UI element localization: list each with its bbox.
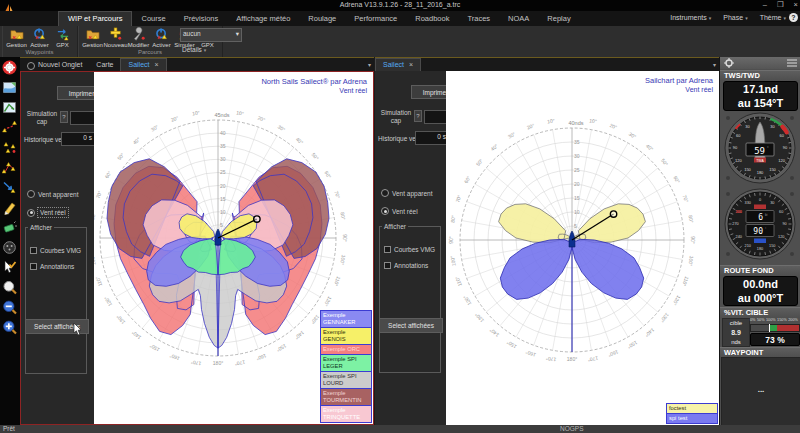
select-check-tool[interactable]: [2, 260, 18, 276]
window-title: Adrena V13.9.1.26 - 28_11_2016_a.trc: [0, 1, 800, 8]
eraser-tool[interactable]: [2, 220, 18, 236]
ribbon-button-gpx[interactable]: GPX: [52, 26, 73, 48]
waypoint-path-tool[interactable]: [2, 160, 18, 176]
right-chart-area[interactable]: 10°10°20°20°30°30°40°40°50°50°60°60°70°7…: [446, 71, 719, 425]
ribbon-group-label: Waypoints: [26, 49, 54, 55]
chevron-down-icon: ▾: [204, 47, 207, 53]
panel-menu-icon[interactable]: [787, 59, 797, 67]
target-tool[interactable]: [2, 240, 18, 256]
zoom-out-tool[interactable]: [2, 300, 18, 316]
pencil-tool[interactable]: [2, 200, 18, 216]
help-icon[interactable]: ?: [789, 13, 798, 22]
historique-vent-input[interactable]: 0 s: [61, 132, 95, 146]
left-chart-area[interactable]: 10°10°20°20°30°30°40°40°50°50°60°60°70°7…: [94, 72, 373, 424]
zoom-in-tool[interactable]: [2, 320, 18, 336]
simulation-cap-label: Simulation cap: [380, 109, 412, 125]
svg-text:60°: 60°: [323, 170, 332, 180]
annotations-checkbox[interactable]: Annotations: [384, 262, 428, 269]
simulation-help-button[interactable]: ?: [414, 110, 422, 122]
close-button[interactable]: ×: [794, 0, 798, 9]
details-dropdown[interactable]: Détails ▾: [180, 46, 242, 53]
historique-vent-input[interactable]: 0 s: [415, 131, 449, 145]
select-check-icon: [2, 260, 17, 275]
courbes-vmg-checkbox[interactable]: Courbes VMG: [384, 246, 435, 253]
svg-text:60: 60: [736, 133, 741, 138]
ribbon-button-activer[interactable]: Activer: [151, 26, 172, 48]
menu-tab-affichage-m-t-o[interactable]: Affichage météo: [227, 11, 299, 26]
lifebuoy-tool[interactable]: [2, 60, 18, 76]
svg-text:100°: 100°: [687, 255, 695, 266]
select-affichees-button[interactable]: Select affichées: [379, 318, 443, 333]
ribbon-button-gestion[interactable]: Gestion: [6, 26, 27, 48]
chevron-down-icon: ▾: [783, 15, 786, 21]
chart-map-tool[interactable]: [2, 100, 18, 116]
minimize-button[interactable]: –: [763, 0, 767, 9]
legend-item[interactable]: Exemple SPI LOURD: [320, 371, 372, 389]
vent-apparent-radio[interactable]: Vent apparent: [381, 189, 432, 197]
svg-text:180°: 180°: [213, 360, 223, 366]
svg-text:kt: kt: [765, 213, 768, 217]
svg-text:80°: 80°: [94, 212, 97, 220]
courbes-vmg-checkbox[interactable]: Courbes VMG: [30, 247, 81, 254]
menu-tab-roadbook[interactable]: Roadbook: [406, 11, 458, 26]
svg-text:50°: 50°: [475, 157, 484, 167]
tab-carte[interactable]: Carte: [89, 58, 120, 72]
mouse-cursor: [73, 322, 83, 340]
ribbon-button-nouveau[interactable]: Nouveau: [105, 26, 126, 48]
map-tool[interactable]: [2, 80, 18, 96]
ribbon-button-activer[interactable]: Activer: [29, 26, 50, 48]
vent-reel-radio[interactable]: Vent réel: [27, 208, 68, 217]
menu-right-phase[interactable]: Phase▾: [723, 14, 747, 21]
waypoint-arrow-tool[interactable]: [2, 180, 18, 196]
svg-text:15: 15: [574, 195, 580, 201]
tab-sailect-left[interactable]: Sailect ×: [120, 58, 166, 72]
menu-right-thème[interactable]: Thème▾: [760, 14, 786, 21]
vent-reel-radio[interactable]: Vent réel: [381, 207, 418, 215]
svg-text:30°: 30°: [277, 124, 287, 133]
sail-legend: Exemple GENNAKERExemple GENOISExemple OR…: [320, 311, 372, 423]
wrench-icon: [132, 27, 146, 41]
tab-nouvel-onglet[interactable]: Nouvel Onglet: [20, 58, 89, 72]
chevron-down-icon[interactable]: ▾: [713, 61, 716, 68]
menu-tab-noaa[interactable]: NOAA: [499, 11, 538, 26]
menu-tab-course[interactable]: Course: [132, 11, 174, 26]
legend-item[interactable]: Exemple GENNAKER: [320, 310, 372, 328]
menu-tab-wip-et-parcours[interactable]: WIP et Parcours: [58, 11, 132, 26]
wind-arrow-handle[interactable]: [254, 216, 260, 222]
svg-text:50°: 50°: [311, 152, 320, 162]
legend-item[interactable]: spi test: [666, 413, 718, 424]
svg-text:110°: 110°: [681, 276, 690, 287]
tab-sailect-right[interactable]: Sailect ×: [375, 58, 421, 72]
instruments-header: [720, 57, 800, 69]
legend-item[interactable]: Exemple SPI LEGER: [320, 354, 372, 372]
annotations-checkbox[interactable]: Annotations: [30, 263, 74, 270]
menu-tab-pr-visions[interactable]: Prévisions: [175, 11, 228, 26]
svg-text:40°: 40°: [295, 136, 305, 145]
close-icon[interactable]: ×: [155, 61, 159, 68]
svg-text:30: 30: [574, 153, 580, 159]
menu-tab-replay[interactable]: Replay: [538, 11, 579, 26]
ribbon-button-gestion[interactable]: Gestion: [82, 26, 103, 48]
menu-tab-traces[interactable]: Traces: [458, 11, 499, 26]
menu-right-instruments[interactable]: Instruments▾: [670, 14, 711, 21]
chevron-down-icon[interactable]: ▾: [368, 61, 371, 68]
route-tool[interactable]: [2, 120, 18, 136]
ribbon-button-modifier[interactable]: Modifier: [128, 26, 149, 48]
wind-arrow-handle[interactable]: [610, 211, 616, 217]
maximize-button[interactable]: ❐: [777, 0, 784, 9]
route-dropdown[interactable]: aucun▾: [180, 28, 242, 42]
legend-item[interactable]: Exemple GENOIS: [320, 327, 372, 345]
waypoints-tool[interactable]: [2, 140, 18, 156]
svg-text:170°: 170°: [234, 359, 245, 367]
magnifier-tool[interactable]: [2, 280, 18, 296]
legend-item[interactable]: Exemple TOURMENTIN: [320, 388, 372, 406]
legend-item[interactable]: Exemple TRINQUETTE: [320, 405, 372, 423]
simulation-help-button[interactable]: ?: [60, 111, 68, 123]
simulation-cap-input[interactable]: [70, 111, 96, 125]
menu-tab-roulage[interactable]: Roulage: [299, 11, 345, 26]
checkbox-icon: [30, 263, 37, 270]
menu-tab-performance[interactable]: Performance: [345, 11, 406, 26]
close-icon[interactable]: ×: [409, 61, 413, 68]
vent-apparent-radio[interactable]: Vent apparent: [27, 190, 78, 198]
gear-icon[interactable]: [724, 58, 734, 68]
